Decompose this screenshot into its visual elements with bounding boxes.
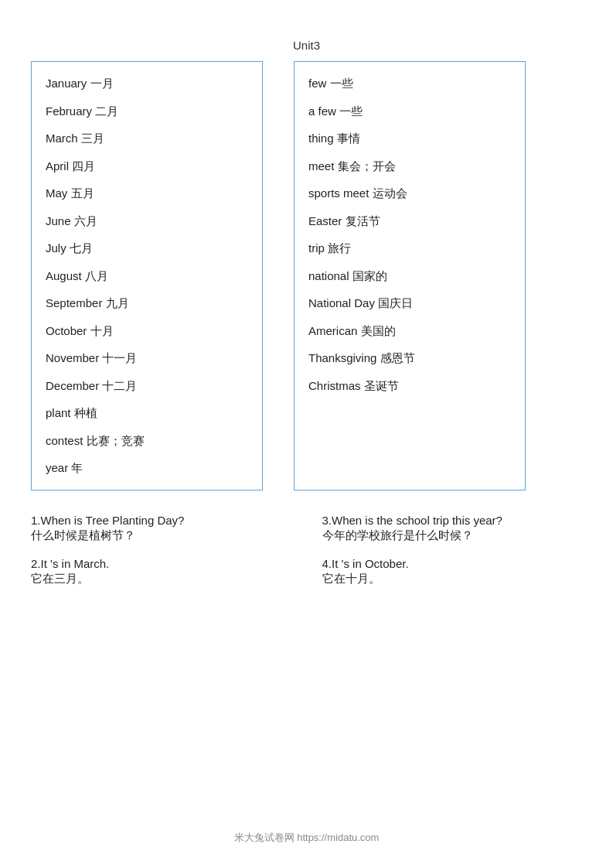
left-vocab-item: March 三月 [46, 125, 248, 152]
sentence-group-1: 1.When is Tree Planting Day?什么时候是植树节？ [31, 514, 291, 543]
sentence-en: 1.When is Tree Planting Day? [31, 514, 291, 527]
left-vocab-item: November 十一月 [46, 344, 248, 372]
left-vocab-item: January 一月 [46, 70, 248, 97]
left-vocab-item: September 九月 [46, 289, 248, 317]
left-vocab-item: July 七月 [46, 234, 248, 262]
sentence-zh: 它在三月。 [31, 572, 291, 586]
sentence-en: 2.It 's in March. [31, 557, 291, 570]
left-vocab-item: February 二月 [46, 97, 248, 125]
right-vocab-item: national 国家的 [308, 262, 511, 290]
right-vocab-item: trip 旅行 [308, 234, 511, 262]
sentence-group-2: 2.It 's in March.它在三月。 [31, 557, 291, 586]
right-vocab-item: National Day 国庆日 [308, 289, 511, 317]
right-vocab-item: thing 事情 [308, 125, 511, 152]
right-vocab-item: Thanksgiving 感恩节 [308, 344, 511, 372]
left-vocab-box: January 一月February 二月March 三月April 四月May… [31, 61, 263, 490]
left-vocab-item: May 五月 [46, 179, 248, 207]
left-vocab-item: December 十二月 [46, 372, 248, 400]
sentence-en: 3.When is the school trip this year? [322, 514, 583, 527]
sentence-zh: 它在十月。 [322, 572, 583, 586]
right-vocab-item: meet 集会；开会 [308, 152, 511, 180]
vocab-section: January 一月February 二月March 三月April 四月May… [0, 61, 613, 490]
left-vocab-item: plant 种植 [46, 399, 248, 427]
right-vocab-item: few 一些 [308, 70, 511, 97]
left-vocab-item: contest 比赛；竞赛 [46, 427, 248, 455]
left-vocab-item: April 四月 [46, 152, 248, 180]
sentence-zh: 今年的学校旅行是什么时候？ [322, 528, 583, 543]
left-vocab-item: year 年 [46, 454, 248, 482]
sentence-group-3: 3.When is the school trip this year?今年的学… [322, 514, 583, 543]
right-vocab-item: a few 一些 [308, 97, 511, 125]
left-vocab-item: June 六月 [46, 207, 248, 235]
sentences-section: 1.When is Tree Planting Day?什么时候是植树节？3.W… [0, 490, 613, 616]
right-vocab-box: few 一些a few 一些thing 事情meet 集会；开会sports m… [294, 61, 526, 490]
right-vocab-item: Christmas 圣诞节 [308, 372, 511, 400]
left-vocab-item: August 八月 [46, 262, 248, 290]
sentence-zh: 什么时候是植树节？ [31, 528, 291, 543]
sentence-en: 4.It 's in October. [322, 557, 583, 570]
right-vocab-item: sports meet 运动会 [308, 179, 511, 207]
left-vocab-item: October 十月 [46, 317, 248, 345]
right-vocab-item: Easter 复活节 [308, 207, 511, 235]
right-vocab-item: American 美国的 [308, 317, 511, 345]
page-title: Unit3 [0, 39, 613, 52]
sentence-group-4: 4.It 's in October.它在十月。 [322, 557, 583, 586]
footer: 米大兔试卷网 https://midatu.com [0, 831, 613, 845]
